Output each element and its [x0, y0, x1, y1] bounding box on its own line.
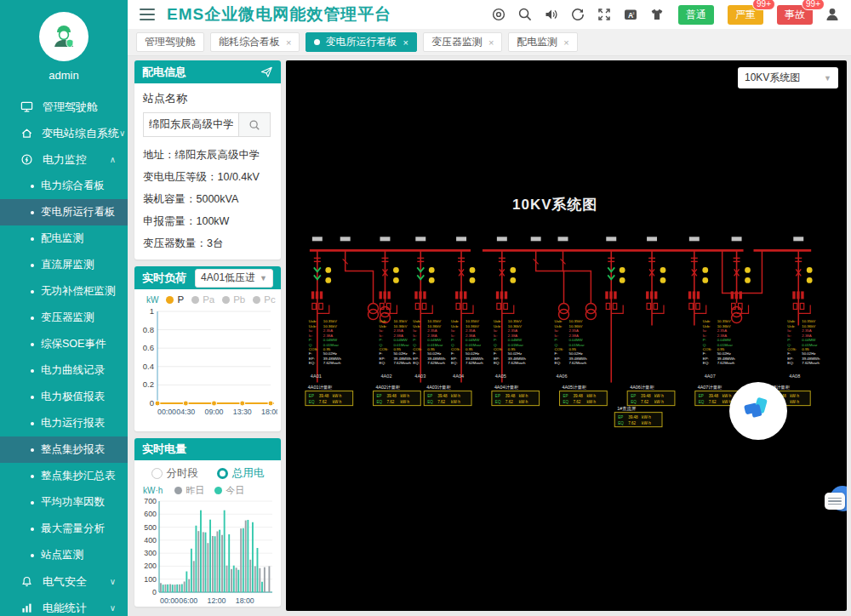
- svg-text:50.02Hz: 50.02Hz: [568, 351, 582, 356]
- sidebar-item-变电所运行看板[interactable]: 变电所运行看板: [0, 199, 128, 225]
- badge-普通[interactable]: 普通: [678, 5, 714, 25]
- panel-realtime-energy: 实时电量 分时段总用电 kW·h 昨日今日 010020030040050060…: [134, 438, 281, 607]
- topbar-tools: A²普通严重99+事故99+: [491, 5, 841, 25]
- svg-text:7.62Mvarh: 7.62Mvarh: [323, 361, 341, 365]
- avatar[interactable]: [39, 12, 89, 61]
- site-field: 申报需量：100kW: [143, 210, 272, 232]
- close-icon[interactable]: ×: [403, 37, 408, 48]
- user-icon[interactable]: [824, 6, 841, 23]
- badge-严重[interactable]: 严重99+: [728, 5, 763, 25]
- sidebar-item-管理驾驶舱[interactable]: 管理驾驶舱: [0, 94, 128, 120]
- target-icon[interactable]: [491, 7, 506, 22]
- tab-配电监测[interactable]: 配电监测×: [508, 32, 577, 52]
- sidebar-item-整点集抄汇总表[interactable]: 整点集抄汇总表: [0, 463, 128, 489]
- bullet-icon: [31, 554, 34, 557]
- svg-text:0: 0: [150, 398, 154, 408]
- svg-text:4A01计量柜: 4A01计量柜: [308, 385, 333, 390]
- svg-text:1: 1: [150, 306, 154, 316]
- svg-text:4A01: 4A01: [311, 374, 322, 379]
- svg-text:7.62Mvarh: 7.62Mvarh: [802, 361, 820, 365]
- site-search-button[interactable]: [238, 112, 271, 137]
- svg-text:10.36kV: 10.36kV: [323, 324, 337, 328]
- legend-item-P[interactable]: P: [166, 294, 184, 305]
- svg-text:0.95: 0.95: [465, 347, 473, 351]
- send-icon[interactable]: [260, 66, 273, 78]
- sidebar-item-直流屏监测[interactable]: 直流屏监测: [0, 252, 128, 278]
- sidebar-item-最大需量分析[interactable]: 最大需量分析: [0, 516, 128, 542]
- sidebar-item-变压器监测[interactable]: 变压器监测: [0, 305, 128, 331]
- svg-text:EP: EP: [618, 415, 623, 419]
- sidebar-item-label: 综保SOE事件: [41, 337, 106, 351]
- refresh-icon[interactable]: [570, 7, 585, 22]
- legend-item-Pb[interactable]: Pb: [222, 294, 245, 305]
- tab-变压器监测[interactable]: 变压器监测×: [423, 32, 502, 52]
- svg-text:Ucb:: Ucb:: [451, 324, 459, 328]
- radio-总用电[interactable]: 总用电: [217, 466, 265, 481]
- radio-分时段[interactable]: 分时段: [151, 466, 199, 481]
- svg-text:0.95: 0.95: [802, 347, 809, 351]
- svg-text:2.38A: 2.38A: [717, 334, 727, 338]
- svg-text:F:: F:: [787, 351, 791, 356]
- svg-text:2.35A: 2.35A: [802, 328, 811, 333]
- svg-text:Uab:: Uab:: [703, 319, 711, 323]
- close-icon[interactable]: ×: [563, 37, 568, 48]
- sidebar-item-电能统计[interactable]: 电能统计∨: [0, 595, 128, 616]
- sidebar-item-无功补偿柜监测[interactable]: 无功补偿柜监测: [0, 278, 128, 305]
- site-name-input[interactable]: [143, 112, 238, 137]
- svg-text:0.04MW: 0.04MW: [508, 338, 523, 342]
- badge-事故[interactable]: 事故99+: [777, 5, 813, 25]
- svg-text:7.62: 7.62: [709, 400, 717, 404]
- fullscreen-icon[interactable]: [597, 7, 612, 22]
- sidebar-item-label: 站点监测: [41, 548, 83, 562]
- sidebar-item-电力综合看板[interactable]: 电力综合看板: [0, 173, 128, 199]
- svg-text:1#直流屏: 1#直流屏: [617, 406, 637, 412]
- chevron-down-icon: ∨: [119, 128, 125, 138]
- bullet-icon: [31, 369, 34, 373]
- sidebar-item-综保SOE事件[interactable]: 综保SOE事件: [0, 331, 128, 357]
- legend-item-昨日[interactable]: 昨日: [174, 484, 204, 497]
- sidebar-item-电力运行报表[interactable]: 电力运行报表: [0, 410, 128, 436]
- sidebar-item-电力极值报表[interactable]: 电力极值报表: [0, 384, 128, 410]
- sidebar-item-平均功率因数[interactable]: 平均功率因数: [0, 489, 128, 516]
- content: 配电信息 站点名称: [128, 56, 851, 616]
- legend-item-Pa[interactable]: Pa: [191, 294, 214, 305]
- svg-text:4A07计量柜: 4A07计量柜: [698, 385, 722, 390]
- svg-text:7.62: 7.62: [319, 400, 327, 404]
- sidebar-item-电力曲线记录[interactable]: 电力曲线记录: [0, 357, 128, 384]
- sidebar-item-电气安全[interactable]: 电气安全∨: [0, 568, 128, 595]
- todesk-float-menu[interactable]: [825, 493, 845, 510]
- sidebar-item-配电监测[interactable]: 配电监测: [0, 225, 128, 252]
- sidebar-item-电力监控[interactable]: 电力监控∧: [0, 146, 128, 173]
- svg-text:7.62: 7.62: [437, 400, 445, 404]
- svg-text:kW·h: kW·h: [519, 400, 528, 404]
- close-icon[interactable]: ×: [286, 37, 291, 48]
- field-label: 变电电压等级：: [143, 171, 218, 183]
- volume-icon[interactable]: [544, 7, 559, 22]
- tab-变电所运行看板[interactable]: 变电所运行看板×: [306, 32, 416, 52]
- svg-text:COS:: COS:: [380, 347, 389, 351]
- theme-icon[interactable]: [649, 7, 665, 22]
- diagram-select[interactable]: 10KV系统图 ▼: [738, 67, 838, 88]
- bullet-icon: [31, 422, 34, 425]
- svg-text:EP:: EP:: [494, 356, 500, 361]
- svg-text:0.01Mvar: 0.01Mvar: [802, 343, 818, 347]
- sidebar-item-整点集抄报表[interactable]: 整点集抄报表: [0, 436, 128, 463]
- sidebar-item-变电站综自系统[interactable]: 变电站综自系统∨: [0, 120, 128, 146]
- svg-text:0.95: 0.95: [323, 347, 331, 351]
- svg-text:Uab:: Uab:: [787, 319, 795, 323]
- svg-text:2.35A: 2.35A: [508, 328, 517, 333]
- svg-text:10.36kV: 10.36kV: [427, 324, 441, 328]
- feeder-select[interactable]: 4A01低压进 ▼: [195, 269, 273, 288]
- legend-item-今日[interactable]: 今日: [214, 484, 244, 497]
- svg-text:EP: EP: [699, 394, 704, 398]
- translate-icon[interactable]: A²: [623, 7, 638, 22]
- search-icon: [248, 119, 260, 131]
- close-icon[interactable]: ×: [488, 37, 494, 48]
- sidebar-item-站点监测[interactable]: 站点监测: [0, 542, 128, 568]
- tab-管理驾驶舱[interactable]: 管理驾驶舱: [136, 32, 204, 52]
- menu-toggle-icon[interactable]: [140, 9, 155, 20]
- tab-能耗综合看板[interactable]: 能耗综合看板×: [210, 32, 300, 52]
- legend-item-Pc[interactable]: Pc: [253, 294, 275, 305]
- search-icon[interactable]: [517, 7, 533, 22]
- scada-canvas: 10KV系统图 ▼ 10KV系统图 Uab:10.35kVUcb:10.36kV…: [286, 60, 847, 611]
